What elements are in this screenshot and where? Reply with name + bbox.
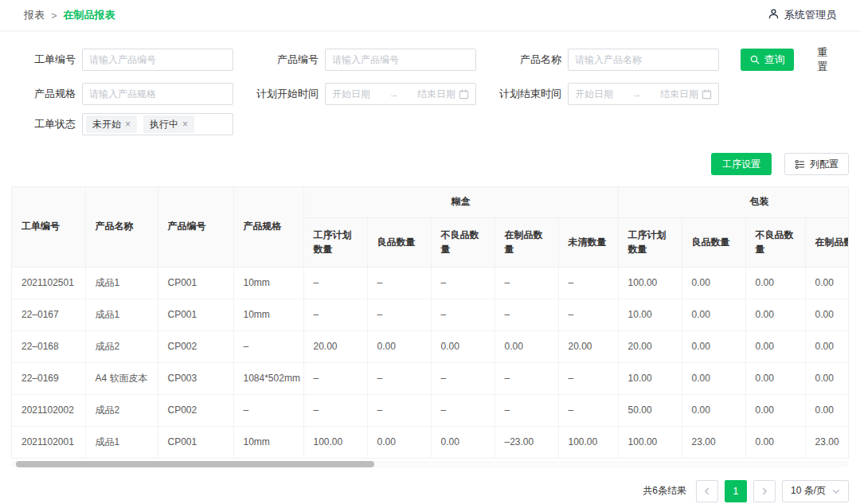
status-tag: 未开始 × xyxy=(86,115,137,133)
table-cell: 0.00 xyxy=(805,330,849,362)
table-cell: – xyxy=(558,362,618,394)
table-row: 2021102002成品2CP002––––––50.000.000.000.0… xyxy=(12,394,849,426)
plan-end-end-placeholder: 结束日期 xyxy=(645,88,699,101)
table-cell: – xyxy=(558,299,618,330)
table-cell: 2021102001 xyxy=(12,426,85,458)
reset-button[interactable]: 重置 xyxy=(808,45,836,75)
filter-work-order-status: 工单状态 未开始 × 执行中 × xyxy=(24,113,233,135)
calendar-icon xyxy=(459,89,469,100)
process-settings-button[interactable]: 工序设置 xyxy=(711,153,772,175)
column-config-icon xyxy=(795,159,805,170)
col-subheader: 良品数量 xyxy=(682,217,745,267)
table-cell: 22–0169 xyxy=(12,362,85,394)
table-cell: CP001 xyxy=(158,426,233,458)
plan-start-end-placeholder: 结束日期 xyxy=(402,88,456,101)
table-cell: 0.00 xyxy=(745,330,805,362)
col-group-packaging: 包装 xyxy=(618,187,849,217)
prev-page-button[interactable] xyxy=(696,480,718,502)
col-subheader: 工序计划数量 xyxy=(303,217,367,267)
product-no-label: 产品编号 xyxy=(242,53,319,67)
page-size-select[interactable]: 10 条/页 xyxy=(782,480,849,502)
table-cell: 1084*502mm xyxy=(233,362,303,394)
page-title: 在制品报表 xyxy=(64,8,115,22)
table-cell: 0.00 xyxy=(494,330,558,362)
table-cell: – xyxy=(431,362,494,394)
product-spec-input[interactable] xyxy=(82,83,233,105)
filter-panel: 工单编号 产品编号 产品名称 查询 重置 产品规格 计划开始时间 xyxy=(0,32,860,135)
breadcrumb-root[interactable]: 报表 xyxy=(24,8,45,22)
table-cell: 0.00 xyxy=(805,362,849,394)
work-order-no-input[interactable] xyxy=(82,49,233,71)
search-button-label: 查询 xyxy=(764,53,785,67)
tag-close-icon[interactable]: × xyxy=(182,119,188,130)
table-cell: 10.00 xyxy=(618,299,682,330)
table-cell: – xyxy=(303,394,367,426)
col-header-product-no: 产品编号 xyxy=(158,187,233,267)
column-config-button[interactable]: 列配置 xyxy=(784,153,849,175)
plan-end-label: 计划结束时间 xyxy=(485,87,561,101)
plan-start-start-placeholder: 开始日期 xyxy=(332,88,386,101)
col-header-work-order-no: 工单编号 xyxy=(12,187,85,267)
page-size-value: 10 条/页 xyxy=(791,484,826,498)
col-group-gluebox: 糊盒 xyxy=(303,187,618,217)
table-cell: A4 软面皮本 xyxy=(85,362,158,394)
table-cell: 10mm xyxy=(233,267,303,299)
table-cell: 20.00 xyxy=(558,330,618,362)
table-cell: 成品1 xyxy=(85,267,158,299)
table-cell: CP003 xyxy=(158,362,233,394)
tag-close-icon[interactable]: × xyxy=(125,119,131,130)
table-cell: CP001 xyxy=(158,299,233,330)
report-table-container: 工单编号 产品名称 产品编号 产品规格 糊盒 包装 工序计划数量 良品数量 不良… xyxy=(11,186,849,459)
search-icon xyxy=(750,55,760,64)
table-cell: 20.00 xyxy=(618,330,682,362)
col-subheader: 未清数量 xyxy=(558,217,618,267)
next-page-button[interactable] xyxy=(753,480,776,502)
table-cell: – xyxy=(367,394,431,426)
plan-start-daterange[interactable]: 开始日期 → 结束日期 xyxy=(325,83,476,105)
table-cell: 0.00 xyxy=(745,267,805,299)
topbar: 报表 > 在制品报表 系统管理员 xyxy=(0,0,860,32)
table-cell: – xyxy=(558,267,618,299)
table-cell: 0.00 xyxy=(805,299,849,330)
work-order-status-multiselect[interactable]: 未开始 × 执行中 × xyxy=(82,113,233,135)
work-order-status-label: 工单状态 xyxy=(24,117,76,131)
table-cell: 成品1 xyxy=(85,426,158,458)
current-page-button[interactable]: 1 xyxy=(725,480,747,502)
plan-end-daterange[interactable]: 开始日期 → 结束日期 xyxy=(568,83,719,105)
col-subheader: 不良品数量 xyxy=(431,217,494,267)
table-row: 22–0168成品2CP002–20.000.000.000.0020.0020… xyxy=(12,330,849,362)
table-cell: CP001 xyxy=(158,267,233,299)
user-menu[interactable]: 系统管理员 xyxy=(768,8,836,22)
table-cell: – xyxy=(303,267,367,299)
table-cell: 0.00 xyxy=(367,330,431,362)
table-cell: – xyxy=(233,394,303,426)
user-icon xyxy=(768,8,780,22)
product-spec-label: 产品规格 xyxy=(24,87,76,101)
col-subheader: 不良品数量 xyxy=(745,217,805,267)
table-row: 22–0169A4 软面皮本CP0031084*502mm–––––10.000… xyxy=(12,362,849,394)
col-header-product-spec: 产品规格 xyxy=(233,187,303,267)
table-cell: – xyxy=(303,362,367,394)
table-cell: 成品2 xyxy=(85,330,158,362)
status-tag: 执行中 × xyxy=(143,115,194,133)
chevron-left-icon xyxy=(703,487,711,495)
product-name-label: 产品名称 xyxy=(485,53,561,67)
product-no-input[interactable] xyxy=(325,49,476,71)
table-cell: 22–0167 xyxy=(12,299,85,330)
table-cell: 2021102002 xyxy=(12,394,85,426)
horizontal-scrollbar-thumb[interactable] xyxy=(16,461,374,467)
table-cell: 0.00 xyxy=(682,394,745,426)
table-cell: 10mm xyxy=(233,299,303,330)
table-cell: CP002 xyxy=(158,330,233,362)
table-cell: 50.00 xyxy=(618,394,682,426)
results-count: 共6条结果 xyxy=(643,484,686,498)
search-button[interactable]: 查询 xyxy=(741,49,794,71)
plan-end-start-placeholder: 开始日期 xyxy=(575,88,629,101)
product-name-input[interactable] xyxy=(568,49,719,71)
table-cell: – xyxy=(367,267,431,299)
filter-row-1: 工单编号 产品编号 产品名称 查询 重置 xyxy=(24,45,836,75)
filter-plan-end-time: 计划结束时间 开始日期 → 结束日期 xyxy=(485,83,719,105)
filter-product-name: 产品名称 xyxy=(485,49,719,71)
table-cell: – xyxy=(494,394,558,426)
table-cell: 0.00 xyxy=(682,267,745,299)
